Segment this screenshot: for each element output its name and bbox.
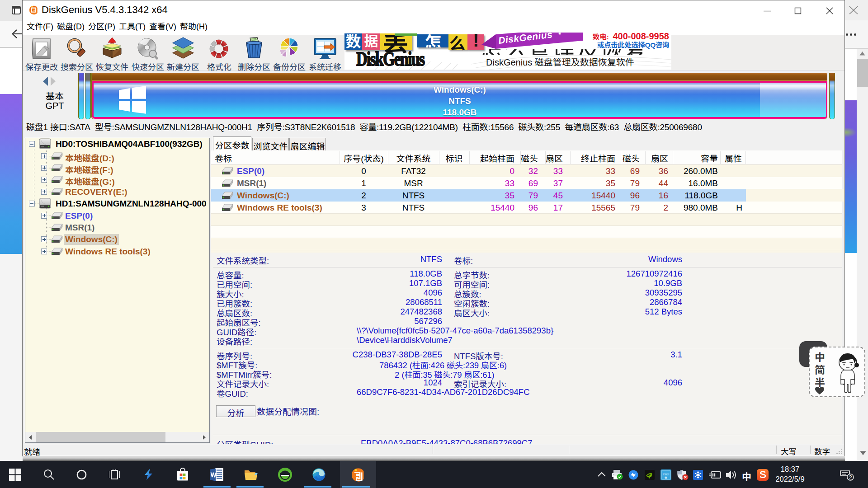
svg-text:intel: intel [663,472,670,476]
svg-text:2: 2 [849,474,852,481]
